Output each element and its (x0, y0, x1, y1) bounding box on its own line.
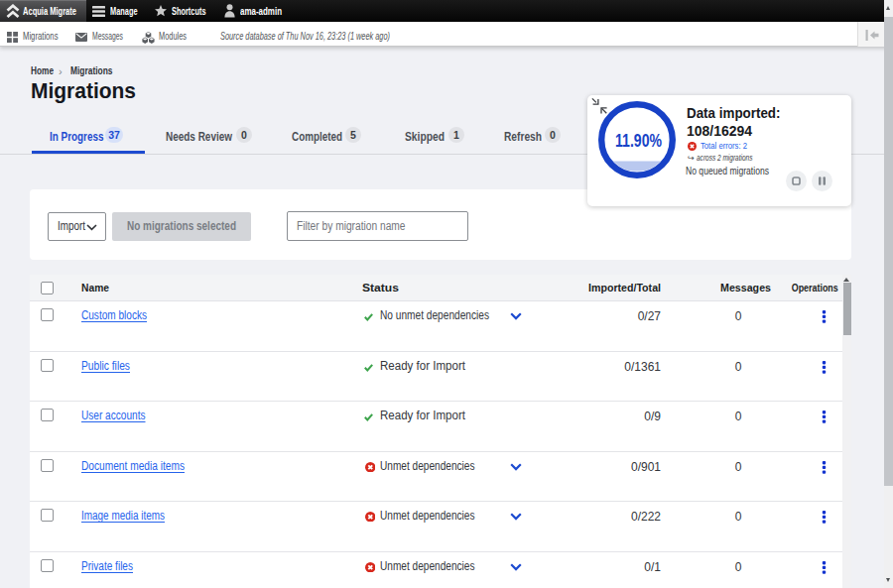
total-errors-link[interactable]: Total errors: 2 (701, 141, 758, 151)
window-scrollbar-thumb[interactable] (884, 17, 893, 486)
orientation-toggle-icon (865, 30, 879, 41)
tab-completed-count: 5 (345, 127, 361, 143)
status-error-icon (365, 462, 376, 473)
no-migrations-selected-button[interactable]: No migrations selected (112, 212, 251, 241)
tab-refresh[interactable]: Refresh (504, 130, 549, 145)
status-text: Unmet dependencies (380, 509, 492, 524)
table-scrollbar-up-arrow[interactable] (843, 278, 849, 282)
kebab-icon (822, 411, 827, 423)
row-checkbox[interactable] (41, 308, 54, 321)
manage-label: Manage (110, 0, 149, 22)
migration-name-link[interactable]: User accounts (81, 409, 158, 423)
status-text: Unmet dependencies (380, 559, 492, 574)
operations-kebab-button[interactable] (817, 308, 832, 326)
messages-count: 0 (708, 309, 768, 324)
col-header-status: Status (362, 281, 397, 295)
tab-refresh-count: 0 (545, 127, 561, 143)
imported-total-value: 0/1 (526, 560, 661, 575)
progress-percent: 11.90% (615, 131, 678, 150)
import-dropdown-button[interactable]: Import (48, 212, 106, 241)
operations-kebab-button[interactable] (817, 459, 832, 477)
table-row: User accounts Ready for Import 0/9 0 (30, 402, 851, 452)
operations-kebab-button[interactable] (817, 359, 832, 377)
tab-skipped[interactable]: Skipped (405, 130, 451, 145)
table-body: Custom blocks No unmet dependencies 0/27… (30, 301, 851, 588)
status-ok-icon (364, 364, 373, 372)
stop-button[interactable] (786, 171, 807, 191)
summary-queued-note: No queued migrations (686, 165, 793, 176)
tab-skipped-count: 1 (448, 127, 464, 143)
brand-home-button[interactable]: Acquia Migrate (0, 0, 86, 22)
row-checkbox[interactable] (41, 359, 54, 372)
user-icon (224, 4, 235, 18)
hamburger-icon (92, 6, 105, 17)
source-database-note: Source database of Thu Nov 16, 23:23 (1 … (220, 23, 462, 48)
migration-name-link[interactable]: Document media items (81, 459, 203, 474)
kebab-icon (822, 561, 827, 574)
migration-name-link[interactable]: Private files (81, 559, 143, 574)
pause-button[interactable] (812, 171, 832, 191)
stop-icon (792, 176, 801, 185)
expand-chevron-icon[interactable] (510, 312, 522, 320)
operations-kebab-button[interactable] (817, 509, 832, 527)
col-header-imported: Imported/Total (526, 281, 661, 295)
imported-total-value: 0/27 (526, 309, 661, 324)
row-checkbox[interactable] (41, 459, 54, 472)
kebab-icon (822, 461, 827, 474)
shortcuts-label: Shortcuts (172, 0, 220, 22)
imported-total-value: 0/901 (526, 460, 661, 475)
breadcrumb-separator-icon: › (59, 65, 63, 77)
breadcrumb-home-link[interactable]: Home (31, 65, 60, 76)
select-all-checkbox[interactable] (41, 282, 54, 294)
migrations-table: Name Status Imported/Total Messages Oper… (30, 275, 851, 588)
window-scrollbar-down-arrow[interactable] (886, 578, 890, 582)
envelope-icon (75, 33, 87, 42)
operations-kebab-button[interactable] (817, 409, 832, 426)
admin-top-bar: Acquia Migrate Manage Shortcuts ama-admi… (0, 0, 893, 22)
tray-migrations-label: Migrations (23, 23, 70, 48)
table-scrollbar[interactable] (842, 275, 851, 588)
table-scrollbar-thumb[interactable] (843, 283, 851, 335)
status-text: No unmet dependencies (380, 308, 509, 323)
tab-completed[interactable]: Completed (292, 130, 353, 145)
acquia-logo-icon (6, 4, 20, 19)
filter-input[interactable] (287, 211, 468, 241)
window-scrollbar-up-arrow[interactable] (886, 6, 890, 10)
messages-count: 0 (708, 360, 768, 375)
status-error-icon (365, 562, 376, 573)
imported-total-value: 0/222 (526, 510, 661, 525)
operations-kebab-button[interactable] (817, 559, 832, 577)
tab-needs-review-count: 0 (236, 127, 252, 143)
table-row: Image media items Unmet dependencies 0/2… (30, 502, 851, 552)
row-checkbox[interactable] (41, 509, 54, 522)
col-header-name: Name (81, 281, 112, 295)
error-icon (688, 142, 697, 151)
summary-heading-value: 108/16294 (687, 122, 792, 140)
status-text: Ready for Import (380, 359, 468, 374)
migration-name-link[interactable]: Image media items (81, 509, 182, 524)
migration-name-link[interactable]: Public files (81, 359, 138, 374)
row-checkbox[interactable] (41, 409, 54, 421)
kebab-icon (822, 511, 827, 524)
grid-icon (7, 32, 18, 43)
tab-needs-review[interactable]: Needs Review (166, 130, 246, 145)
expand-chevron-icon[interactable] (510, 563, 522, 571)
imported-total-value: 0/9 (526, 410, 661, 424)
migration-name-link[interactable]: Custom blocks (81, 308, 160, 323)
table-row: Private files Unmet dependencies 0/1 0 (30, 552, 851, 588)
window-scrollbar[interactable] (884, 0, 893, 588)
expand-chevron-icon[interactable] (510, 463, 522, 471)
table-header-row: Name Status Imported/Total Messages Oper… (30, 275, 851, 301)
col-header-operations: Operations (703, 281, 838, 295)
status-error-icon (365, 512, 376, 523)
toolbar-orientation-toggle[interactable] (857, 22, 884, 47)
messages-count: 0 (708, 410, 768, 424)
row-checkbox[interactable] (41, 559, 54, 572)
tray-modules-label: Modules (159, 23, 198, 48)
tray-messages-label: Messages (92, 23, 140, 48)
hook-arrow-icon: ↪ (688, 154, 695, 163)
expand-chevron-icon[interactable] (510, 513, 522, 521)
brand-label: Acquia Migrate (23, 0, 97, 22)
messages-count: 0 (708, 560, 768, 575)
modules-icon (142, 32, 155, 44)
